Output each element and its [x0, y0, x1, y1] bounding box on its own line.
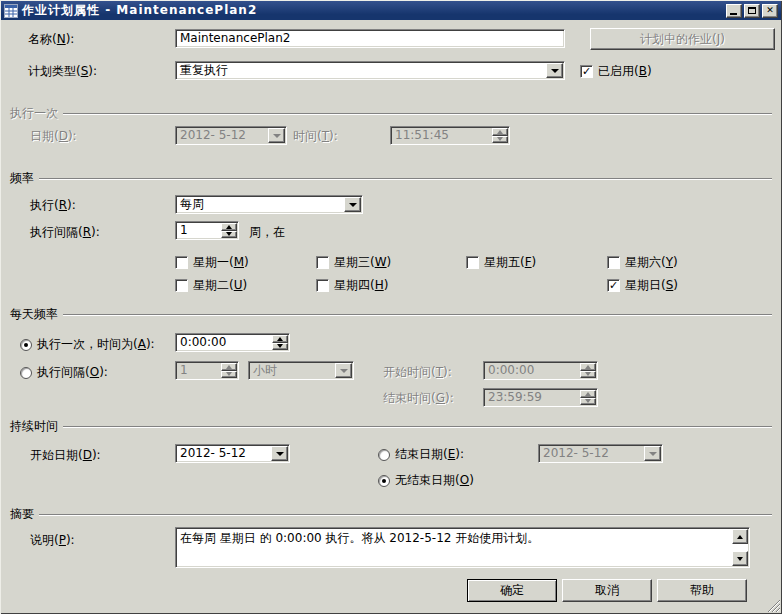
start-date-dropdown-button[interactable] — [271, 446, 288, 461]
group-divider — [63, 426, 772, 427]
start-date-value: 2012- 5-12 — [176, 445, 271, 462]
spinner-up-button[interactable] — [221, 223, 237, 231]
scheduled-jobs-button-label: 计划中的作业(J) — [640, 31, 725, 48]
schedule-type-select[interactable]: 重复执行 — [175, 61, 565, 80]
one-time-date-dropdown-button — [268, 128, 285, 143]
cancel-button[interactable]: 取消 — [562, 579, 652, 602]
weekday-checkbox-tuesday[interactable]: ✓ 星期二(U) — [175, 277, 247, 294]
no-end-date-radio-label: 无结束日期(O) — [395, 472, 474, 489]
weekday-checkbox-friday[interactable]: ✓ 星期五(F) — [466, 254, 536, 271]
description-box[interactable]: 在每周 星期日 的 0:00:00 执行。将从 2012-5-12 开始使用计划… — [175, 527, 750, 568]
recurs-value: 1 — [176, 222, 221, 239]
checkbox[interactable]: ✓ — [175, 279, 188, 292]
close-icon: ✕ — [766, 6, 774, 15]
occurs-once-time-spinner[interactable]: 0:00:00 — [175, 333, 290, 352]
occurs-once-radio-label: 执行一次，时间为(A): — [37, 336, 155, 353]
description-scrollbar[interactable] — [732, 529, 748, 566]
weekday-checkbox-monday[interactable]: ✓ 星期一(M) — [175, 254, 249, 271]
spinner-down-button — [221, 371, 237, 379]
dropdown-arrow-icon — [340, 369, 348, 373]
weekday-checkbox-wednesday[interactable]: ✓ 星期三(W) — [316, 254, 391, 271]
dropdown-arrow-icon — [649, 452, 657, 456]
occurs-dropdown-button[interactable] — [344, 197, 361, 212]
spinner-down-button — [580, 398, 596, 406]
help-button[interactable]: 帮助 — [657, 579, 747, 602]
unit-dropdown-button — [335, 363, 352, 378]
scrollbar-down-button[interactable] — [732, 551, 748, 566]
enabled-checkbox-row[interactable]: ✓ 已启用(B) — [580, 63, 652, 80]
no-end-date-radio[interactable] — [378, 475, 390, 487]
one-time-group-title: 执行一次 — [10, 105, 58, 122]
end-date-radio-label: 结束日期(E): — [395, 446, 464, 463]
checkbox-label: 星期日(S) — [625, 277, 678, 294]
end-time-label: 结束时间(G): — [383, 391, 454, 405]
occurs-every-radio[interactable] — [20, 367, 32, 379]
description-text: 在每周 星期日 的 0:00:00 执行。将从 2012-5-12 开始使用计划… — [176, 528, 732, 567]
checkbox[interactable]: ✓ — [466, 256, 479, 269]
spinner-down-icon — [226, 232, 232, 236]
resize-grip-icon[interactable] — [767, 599, 780, 612]
spinner-down-icon — [497, 137, 503, 141]
checkbox-label: 星期二(U) — [193, 277, 247, 294]
checkbox-label: 星期五(F) — [484, 254, 536, 271]
name-input[interactable]: MaintenancePlan2 — [175, 29, 565, 48]
spinner-down-icon — [226, 372, 232, 376]
occurs-select[interactable]: 每周 — [175, 195, 363, 214]
weekday-checkbox-thursday[interactable]: ✓ 星期四(H) — [316, 277, 388, 294]
schedule-grid-icon — [4, 4, 18, 18]
spinner-up-button — [580, 363, 596, 371]
spinner-down-button — [580, 371, 596, 379]
checkbox-label: 星期一(M) — [193, 254, 249, 271]
weekday-checkbox-sunday[interactable]: ✓ 星期日(S) — [607, 277, 678, 294]
schedule-type-dropdown-button[interactable] — [546, 63, 563, 78]
occurs-value: 每周 — [176, 196, 344, 213]
occurs-every-unit-select: 小时 — [248, 361, 354, 380]
summary-group-header: 摘要 — [10, 507, 772, 521]
weekday-checkbox-saturday[interactable]: ✓ 星期六(Y) — [607, 254, 678, 271]
minimize-button[interactable] — [726, 4, 742, 18]
occurs-label: 执行(R): — [30, 198, 76, 212]
start-time-spinner: 0:00:00 — [483, 361, 598, 380]
checkbox[interactable]: ✓ — [316, 279, 329, 292]
start-date-select[interactable]: 2012- 5-12 — [175, 444, 290, 463]
checkbox[interactable]: ✓ — [316, 256, 329, 269]
enabled-checkbox-label: 已启用(B) — [598, 63, 652, 80]
end-date-radio[interactable] — [378, 449, 390, 461]
group-divider — [39, 514, 772, 515]
occurs-every-value: 1 — [176, 362, 221, 379]
recurs-spinner[interactable]: 1 — [175, 221, 239, 240]
spinner-down-button[interactable] — [221, 231, 237, 239]
no-end-date-radio-row[interactable]: 无结束日期(O) — [378, 472, 474, 489]
end-time-spinner: 23:59:59 — [483, 388, 598, 407]
occurs-once-radio[interactable] — [20, 339, 32, 351]
spinner-up-button — [580, 390, 596, 398]
checkbox[interactable]: ✓ — [607, 279, 620, 292]
spinner-up-button[interactable] — [272, 335, 288, 343]
spinner-down-button — [492, 136, 508, 144]
occurs-every-radio-row[interactable]: 执行间隔(O): — [20, 364, 108, 381]
checkbox-label: 星期四(H) — [334, 277, 388, 294]
start-date-label: 开始日期(D): — [30, 448, 101, 462]
one-time-date-select: 2012- 5-12 — [175, 126, 287, 145]
end-date-dropdown-button — [644, 446, 661, 461]
end-date-radio-row[interactable]: 结束日期(E): — [378, 446, 464, 463]
job-schedule-properties-dialog: 作业计划属性 - MaintenancePlan2 ✕ 名称(N): Maint… — [0, 0, 782, 614]
scrollbar-up-button[interactable] — [732, 529, 748, 544]
ok-button-label: 确定 — [500, 582, 524, 599]
end-date-select: 2012- 5-12 — [538, 444, 663, 463]
check-icon: ✓ — [582, 66, 591, 77]
occurs-once-radio-row[interactable]: 执行一次，时间为(A): — [20, 336, 155, 353]
spinner-down-button[interactable] — [272, 343, 288, 351]
spinner-up-icon — [226, 365, 232, 369]
maximize-button[interactable] — [744, 4, 760, 18]
end-time-value: 23:59:59 — [484, 389, 580, 406]
close-button[interactable]: ✕ — [762, 4, 778, 18]
enabled-checkbox[interactable]: ✓ — [580, 65, 593, 78]
spinner-up-button — [221, 363, 237, 371]
maximize-icon — [748, 7, 756, 14]
cancel-button-label: 取消 — [595, 582, 619, 599]
one-time-time-label: 时间(T): — [293, 129, 338, 143]
ok-button[interactable]: 确定 — [467, 579, 557, 602]
checkbox[interactable]: ✓ — [175, 256, 188, 269]
checkbox[interactable]: ✓ — [607, 256, 620, 269]
